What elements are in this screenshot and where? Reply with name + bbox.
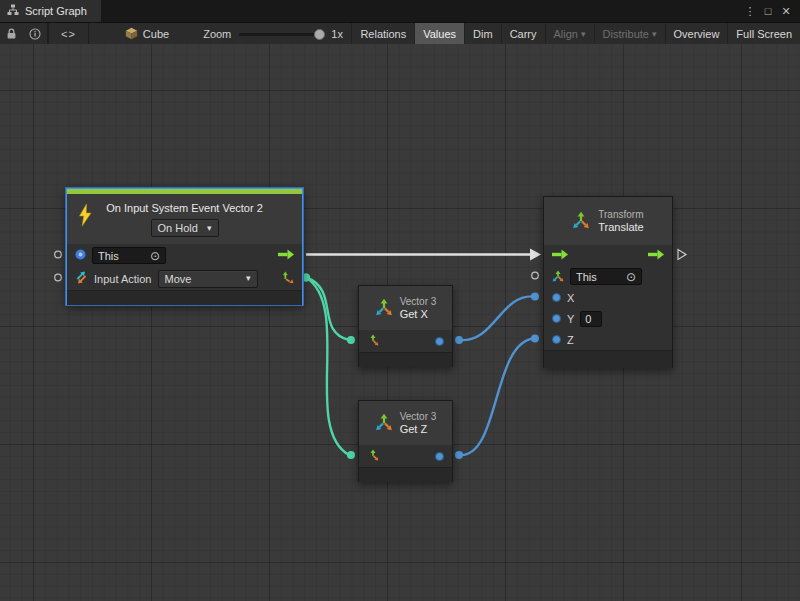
object-picker-icon: ⊙ [150, 250, 160, 262]
x-input-port[interactable] [552, 293, 561, 302]
vector3-input-port-icon[interactable] [367, 334, 379, 348]
toolbar-button-group: Relations Values Dim Carry Align ▾ Distr… [351, 23, 800, 45]
this-object-field[interactable]: This ⊙ [570, 268, 642, 285]
on-hold-value: On Hold [158, 222, 198, 234]
input-action-value: Move [165, 273, 192, 285]
getz-port-row [359, 445, 452, 467]
carry-button[interactable]: Carry [501, 23, 545, 45]
event-node-header: On Input System Event Vector 2 On Hold ▾ [67, 194, 302, 244]
tab-script-graph[interactable]: Script Graph [0, 0, 101, 22]
node-get-x[interactable]: Vector 3 Get X [358, 285, 453, 367]
port-getz-output[interactable] [455, 451, 463, 459]
wire-vector2-to-getz[interactable] [306, 278, 349, 456]
y-input-port[interactable] [552, 314, 561, 323]
node-get-z[interactable]: Vector 3 Get Z [358, 400, 453, 482]
node-name: Translate [598, 221, 643, 233]
translate-flow-row [544, 245, 672, 266]
graph-canvas[interactable]: On Input System Event Vector 2 On Hold ▾… [0, 44, 800, 601]
dim-button[interactable]: Dim [464, 23, 501, 45]
object-picker-icon: ⊙ [626, 271, 636, 283]
z-input-port[interactable] [552, 335, 561, 344]
input-action-icon [75, 271, 88, 286]
wire-getx-to-translate-x[interactable] [459, 296, 534, 340]
zoom-value: 1x [331, 28, 343, 40]
graph-target-label: Cube [143, 28, 169, 40]
this-icon [75, 249, 86, 262]
port-getz-input[interactable] [347, 451, 355, 459]
align-label: Align [554, 28, 578, 40]
wire-getz-to-translate-z[interactable] [459, 339, 534, 456]
on-hold-dropdown[interactable]: On Hold ▾ [151, 219, 219, 237]
maximize-icon[interactable]: □ [759, 5, 777, 17]
script-graph-icon [7, 4, 19, 18]
input-action-label: Input Action [94, 273, 152, 285]
zoom-control: Zoom 1x [203, 28, 343, 40]
tab-label: Script Graph [25, 5, 87, 17]
edit-graph-button[interactable]: <> [48, 23, 89, 45]
align-dropdown[interactable]: Align ▾ [545, 23, 594, 45]
getx-port-row [359, 330, 452, 352]
vector3-icon [375, 413, 393, 433]
port-translate-this-unconnected[interactable] [532, 272, 539, 279]
translate-header: Transform Translate [544, 197, 672, 245]
port-event-inputaction-unconnected[interactable] [55, 274, 62, 281]
translate-this-row: This ⊙ [544, 266, 672, 287]
lightning-icon [77, 204, 93, 228]
port-getx-output[interactable] [455, 336, 463, 344]
node-on-input-system-event-vector2[interactable]: On Input System Event Vector 2 On Hold ▾… [66, 188, 303, 305]
values-button[interactable]: Values [414, 23, 464, 45]
node-name: Get Z [400, 423, 437, 435]
info-icon[interactable] [23, 23, 47, 45]
flow-input-arrow-icon[interactable] [552, 249, 568, 262]
flow-output-arrow-icon[interactable] [648, 249, 664, 262]
event-this-row: This ⊙ [67, 244, 302, 267]
translate-z-row: Z [544, 329, 672, 350]
vector2-output-icon[interactable] [281, 271, 294, 286]
lock-icon[interactable] [0, 23, 23, 45]
float-output-port[interactable] [435, 337, 444, 346]
float-output-port[interactable] [435, 452, 444, 461]
port-translate-flow-output-unconnected[interactable] [678, 250, 686, 260]
close-icon[interactable]: ✕ [777, 5, 795, 18]
vector3-icon [375, 298, 393, 318]
node-title: On Input System Event Vector 2 [67, 194, 302, 214]
port-getx-input[interactable] [347, 336, 355, 344]
wire-vector2-to-getx[interactable] [306, 278, 349, 341]
fullscreen-button[interactable]: Full Screen [727, 23, 800, 45]
node-name: Get X [400, 308, 437, 320]
event-input-action-row: Input Action Move ▾ [67, 267, 302, 290]
port-vector2-output[interactable] [302, 273, 310, 281]
node-category: Vector 3 [400, 296, 437, 307]
z-label: Z [567, 334, 574, 346]
y-value-field[interactable]: 0 [580, 311, 602, 327]
getx-header: Vector 3 Get X [359, 286, 452, 330]
port-translate-z-input[interactable] [531, 335, 539, 343]
translate-x-row: X [544, 287, 672, 308]
port-event-this-unconnected[interactable] [55, 251, 62, 258]
getx-footer [359, 352, 452, 367]
relations-button[interactable]: Relations [351, 23, 414, 45]
graph-target[interactable]: Cube [125, 27, 169, 42]
node-category: Transform [598, 209, 643, 220]
flow-output-arrow-icon[interactable] [278, 249, 294, 262]
overview-button[interactable]: Overview [665, 23, 728, 45]
this-label: This [98, 250, 119, 262]
x-label: X [567, 292, 574, 304]
node-transform-translate[interactable]: Transform Translate [543, 196, 673, 368]
port-translate-x-input[interactable] [531, 293, 539, 301]
input-action-dropdown[interactable]: Move ▾ [158, 270, 258, 288]
this-object-field[interactable]: This ⊙ [92, 247, 166, 264]
menu-icon[interactable]: ⋮ [741, 5, 759, 18]
chevron-down-icon: ▾ [652, 30, 657, 39]
y-label: Y [567, 313, 574, 325]
chevron-down-icon: ▾ [207, 224, 212, 233]
cube-icon [125, 27, 138, 42]
zoom-slider[interactable] [239, 33, 323, 36]
zoom-slider-handle[interactable] [314, 29, 325, 40]
node-category: Vector 3 [400, 411, 437, 422]
translate-footer [544, 350, 672, 368]
event-node-footer [67, 290, 302, 305]
distribute-dropdown[interactable]: Distribute ▾ [594, 23, 665, 45]
getz-footer [359, 467, 452, 482]
vector3-input-port-icon[interactable] [367, 449, 379, 463]
